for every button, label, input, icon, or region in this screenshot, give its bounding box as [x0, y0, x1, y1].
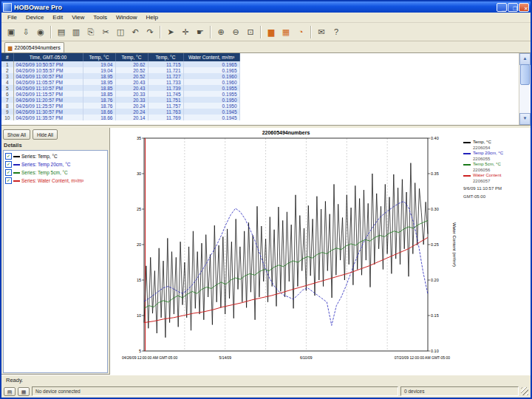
table-cell: 11.751	[148, 97, 183, 103]
table-row[interactable]: 304/26/09 11:00:57 PM18.9520.5211.7270.1…	[1, 73, 239, 79]
column-header[interactable]: Temp, °C	[148, 53, 183, 61]
table-row[interactable]: 804/26/09 11:25:57 PM18.7620.2411.7570.1…	[1, 103, 239, 109]
svg-text:0.15: 0.15	[431, 313, 439, 318]
table-row[interactable]: 204/26/09 10:55:57 PM19.0420.5211.7210.1…	[1, 67, 239, 73]
table-body: 104/26/09 10:50:57 PM19.0420.6211.7150.1…	[1, 61, 239, 120]
row-number: 3	[1, 73, 13, 79]
menu-item-device[interactable]: Device	[21, 14, 48, 21]
row-number: 8	[1, 103, 13, 109]
series-tree-item[interactable]: ✓Series: Temp, °C	[5, 152, 106, 160]
scroll-up-icon[interactable]: ▲	[519, 53, 531, 65]
legend-entry: Temp 5cm, °C	[463, 162, 528, 168]
table-row[interactable]: 604/26/09 11:15:57 PM18.8520.3311.7450.1…	[1, 91, 239, 97]
zoom-out-icon[interactable]: ⊖	[228, 24, 243, 39]
cut-icon[interactable]: ✂	[98, 24, 113, 39]
table-view-icon[interactable]: ▦	[279, 24, 293, 39]
series-checkbox[interactable]: ✓	[5, 177, 12, 184]
table-row[interactable]: 104/26/09 10:50:57 PM19.0420.6211.7150.1…	[1, 61, 239, 67]
device-launch-icon[interactable]: ▤	[4, 387, 16, 396]
menu-item-tools[interactable]: Tools	[89, 14, 112, 21]
menu-bar: FileDeviceEditViewToolsWindowHelp	[1, 13, 531, 23]
svg-text:0.25: 0.25	[431, 242, 439, 247]
column-header[interactable]: #	[1, 53, 13, 61]
zoom-in-icon[interactable]: ⊕	[214, 24, 228, 39]
column-header[interactable]: Time, GMT-05:00	[13, 53, 83, 61]
help-icon[interactable]: ?	[329, 24, 344, 39]
table-cell: 20.24	[115, 103, 148, 109]
column-header[interactable]: Temp, °C	[115, 53, 148, 61]
table-cell: 18.76	[83, 103, 115, 109]
row-number: 10	[1, 115, 13, 120]
open-file-icon[interactable]: ▤	[54, 24, 69, 39]
hand-tool-icon[interactable]: ☛	[193, 24, 208, 39]
device-bar: ▤ ▦ No device connected 0 devices	[1, 385, 531, 398]
svg-text:04/26/09 12:00:00 AM GMT-05:00: 04/26/09 12:00:00 AM GMT-05:00	[122, 355, 178, 360]
series-color-icon	[13, 172, 20, 174]
table-cell: 20.52	[115, 73, 148, 79]
table-row[interactable]: 504/26/09 11:10:57 PM18.8520.4311.7390.1…	[1, 85, 239, 91]
details-panel: Show All Hide All Details ✓Series: Temp,…	[1, 128, 110, 375]
show-all-button[interactable]: Show All	[3, 129, 30, 140]
mail-icon[interactable]: ✉	[314, 24, 329, 39]
row-number: 9	[1, 109, 13, 115]
table-cell: 18.66	[83, 109, 115, 115]
copy-icon[interactable]: ◫	[113, 24, 128, 39]
table-row[interactable]: 904/26/09 11:30:57 PM18.6620.2411.7630.1…	[1, 109, 239, 115]
redo-icon[interactable]: ↷	[143, 24, 157, 39]
hide-all-button[interactable]: Hide All	[33, 129, 58, 140]
row-number: 6	[1, 91, 13, 97]
minimize-button[interactable]: ▁	[497, 3, 507, 12]
crosshair-tool-icon[interactable]: ✛	[178, 24, 193, 39]
svg-text:25: 25	[137, 207, 141, 211]
table-row[interactable]: 404/26/09 11:05:57 PM18.9520.4311.7330.1…	[1, 79, 239, 85]
table-row[interactable]: 1004/26/09 11:35:57 PM18.6620.1411.7690.…	[1, 115, 239, 120]
svg-text:0.20: 0.20	[431, 278, 439, 282]
table-scrollbar[interactable]: ▲ ▼	[519, 53, 531, 125]
table-cell: 20.33	[115, 97, 148, 103]
details-title: Details	[4, 142, 108, 149]
resize-grip-icon[interactable]	[521, 387, 528, 395]
pointer-tool-icon[interactable]: ➤	[163, 24, 178, 39]
table-cell: 18.66	[83, 115, 115, 120]
save-file-icon[interactable]: ▥	[69, 24, 83, 39]
table-cell: 0.1950	[183, 103, 239, 109]
series-tree-item[interactable]: ✓Series: Temp 5cm, °C	[5, 168, 106, 177]
maximize-button[interactable]: ❐	[508, 3, 518, 12]
legend-serial-number: 2206054	[473, 146, 528, 151]
plot-chart-icon[interactable]: ▆	[264, 24, 279, 39]
menu-item-file[interactable]: File	[3, 14, 21, 21]
series-checkbox[interactable]: ✓	[5, 161, 12, 168]
undo-icon[interactable]: ↶	[128, 24, 143, 39]
device-readout-icon[interactable]: ▦	[18, 387, 30, 396]
toolbar-separator	[160, 26, 161, 38]
series-label: Series: Temp, °C	[21, 154, 58, 159]
close-button[interactable]: ✕	[519, 3, 529, 12]
series-tree-item[interactable]: ✓Series: Water Content, m³/m³	[5, 177, 106, 185]
table-row[interactable]: 704/26/09 11:20:57 PM18.7620.3311.7510.1…	[1, 97, 239, 103]
legend-entry: Temp 20cm, °C	[463, 151, 528, 157]
menu-item-window[interactable]: Window	[112, 14, 141, 21]
device-status-icon[interactable]: ◉	[33, 24, 48, 39]
column-header[interactable]: Temp, °C	[83, 53, 115, 61]
pie-view-icon[interactable]: ◔	[293, 24, 308, 39]
readout-device-icon[interactable]: ⇩	[18, 24, 33, 39]
scroll-down-icon[interactable]: ▼	[519, 113, 531, 125]
plot-svg[interactable]: 220605494numbers51015202530350.100.150.2…	[110, 128, 457, 375]
table-cell: 20.24	[115, 109, 148, 115]
table-cell: 04/26/09 11:10:57 PM	[13, 85, 83, 91]
series-checkbox[interactable]: ✓	[5, 153, 12, 160]
series-tree-item[interactable]: ✓Series: Temp 20cm, °C	[5, 160, 106, 168]
table-cell: 0.1945	[183, 115, 239, 120]
menu-item-help[interactable]: Help	[141, 14, 162, 21]
menu-item-edit[interactable]: Edit	[48, 14, 67, 21]
print-icon[interactable]: ⎘	[83, 24, 98, 39]
menu-item-view[interactable]: View	[67, 14, 89, 21]
row-number: 1	[1, 61, 13, 67]
series-checkbox[interactable]: ✓	[5, 169, 12, 176]
scroll-thumb[interactable]	[520, 64, 530, 85]
column-header[interactable]: Water Content, m³/m³	[183, 53, 239, 61]
launch-device-icon[interactable]: ▣	[4, 24, 18, 39]
svg-text:0.40: 0.40	[431, 136, 439, 140]
plot-tab[interactable]: ▆ 220605494numbers	[4, 42, 64, 52]
zoom-window-icon[interactable]: ⊡	[243, 24, 258, 39]
